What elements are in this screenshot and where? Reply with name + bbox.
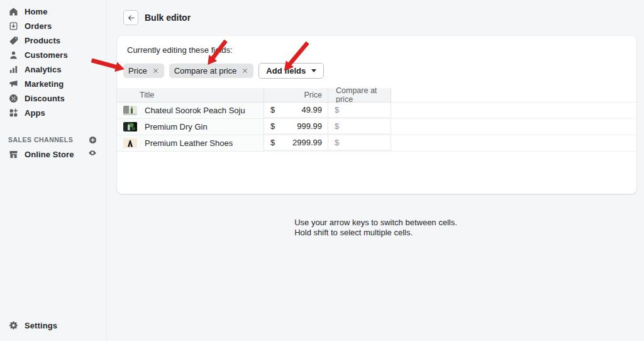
currency-symbol: $	[270, 105, 275, 115]
discounts-icon	[8, 93, 19, 104]
products-icon	[8, 35, 19, 46]
sidebar-item-label: Analytics	[25, 65, 62, 74]
help-line-2: Hold shift to select multiple cells.	[294, 228, 457, 238]
main-content: Bulk editor Currently editing these fiel…	[108, 0, 644, 341]
sidebar-item-home[interactable]: Home	[0, 4, 106, 19]
currency-symbol: $	[270, 121, 275, 131]
back-button[interactable]	[123, 10, 138, 25]
sidebar-item-label: Home	[25, 7, 48, 16]
page-title: Bulk editor	[145, 13, 191, 23]
customers-icon	[8, 50, 19, 60]
sidebar-item-orders[interactable]: Orders	[0, 19, 106, 33]
bulk-editor-screen: Home Orders Products Customers Analytics…	[0, 0, 644, 341]
field-tag-price: Price	[123, 64, 164, 78]
field-tag-compare-at-price: Compare at price	[169, 64, 254, 78]
table-row: Premium Dry Gin $ 999.99 $	[117, 119, 636, 135]
product-title-cell: Premium Leather Shoes	[117, 135, 264, 152]
sidebar-item-label: Products	[25, 36, 60, 45]
sidebar-item-label: Discounts	[25, 94, 65, 103]
field-tag-label: Compare at price	[174, 66, 237, 75]
product-title: Premium Leather Shoes	[145, 138, 233, 148]
arrow-left-icon	[126, 13, 136, 23]
sidebar-item-label: Orders	[25, 21, 52, 31]
sidebar-item-customers[interactable]: Customers	[0, 48, 106, 62]
sidebar-item-label: Marketing	[25, 79, 64, 89]
sidebar-item-apps[interactable]: Apps	[0, 106, 106, 120]
sidebar-item-label: Customers	[25, 50, 68, 60]
marketing-icon	[8, 79, 19, 89]
sidebar-spacer	[0, 162, 106, 318]
sidebar-item-discounts[interactable]: Discounts	[0, 91, 106, 106]
column-header-price: Price	[264, 88, 328, 103]
compare-at-price-cell[interactable]: $	[328, 103, 391, 119]
online-store-visibility-button[interactable]	[87, 148, 97, 160]
compare-at-price-cell[interactable]: $	[328, 119, 391, 135]
analytics-icon	[8, 64, 19, 75]
sidebar: Home Orders Products Customers Analytics…	[0, 0, 107, 341]
help-line-1: Use your arrow keys to switch between ce…	[294, 218, 457, 228]
sidebar-item-marketing[interactable]: Marketing	[0, 77, 106, 91]
gear-icon	[8, 320, 19, 331]
sales-channels-header: SALES CHANNELS	[0, 133, 106, 147]
sidebar-item-products[interactable]: Products	[0, 33, 106, 48]
home-icon	[8, 6, 19, 17]
keyboard-help: Use your arrow keys to switch between ce…	[108, 218, 644, 238]
product-title-cell: Premium Dry Gin	[117, 119, 264, 135]
fields-caption: Currently editing these fields:	[127, 45, 636, 55]
chevron-down-icon	[311, 69, 316, 72]
eye-icon	[87, 148, 97, 158]
price-cell[interactable]: $ 999.99	[264, 119, 328, 135]
close-icon[interactable]	[242, 67, 248, 74]
sidebar-footer: Settings	[0, 318, 106, 333]
storefront-icon	[8, 149, 19, 160]
product-thumbnail	[123, 106, 137, 115]
table-row: Chateul Soorok Peach Soju $ 49.99 $	[117, 103, 636, 119]
column-header-empty	[391, 88, 636, 103]
currency-symbol: $	[335, 105, 339, 115]
sales-channels-heading: SALES CHANNELS	[8, 136, 73, 143]
product-title-cell: Chateul Soorok Peach Soju	[117, 103, 264, 119]
add-fields-button[interactable]: Add fields	[258, 63, 324, 79]
empty-cell	[391, 119, 636, 135]
sidebar-item-label: Settings	[25, 321, 57, 330]
price-value: 2999.99	[292, 138, 322, 147]
field-tag-label: Price	[128, 66, 147, 75]
plus-circle-icon	[88, 135, 97, 145]
field-tags-row: Price Compare at price Add fields	[123, 63, 636, 79]
bulk-editor-card: Currently editing these fields: Price Co…	[117, 36, 636, 194]
close-icon[interactable]	[152, 67, 159, 74]
compare-at-price-cell[interactable]: $	[328, 135, 391, 152]
apps-icon	[8, 108, 19, 118]
currency-symbol: $	[335, 138, 339, 147]
orders-icon	[8, 21, 19, 31]
sales-channels-section: SALES CHANNELS Online Store	[0, 133, 106, 162]
table-header-row: Title Price Compare at price	[117, 88, 636, 103]
product-title: Chateul Soorok Peach Soju	[145, 106, 245, 115]
empty-cell	[391, 135, 636, 152]
empty-cell	[391, 103, 636, 119]
sidebar-item-settings[interactable]: Settings	[0, 318, 106, 333]
price-value: 999.99	[297, 121, 322, 131]
sales-channel-label: Online Store	[25, 150, 74, 159]
column-header-compare-at-price: Compare at price	[328, 88, 391, 103]
sidebar-item-label: Apps	[25, 108, 45, 118]
price-cell[interactable]: $ 49.99	[264, 103, 328, 119]
price-cell[interactable]: $ 2999.99	[264, 135, 328, 152]
product-thumbnail	[123, 122, 137, 131]
table-row: Premium Leather Shoes $ 2999.99 $	[117, 135, 636, 152]
currency-symbol: $	[270, 138, 275, 147]
product-title: Premium Dry Gin	[145, 122, 208, 131]
add-fields-label: Add fields	[266, 66, 306, 75]
sidebar-item-analytics[interactable]: Analytics	[0, 62, 106, 77]
product-thumbnail	[123, 138, 137, 148]
currency-symbol: $	[335, 121, 339, 131]
sidebar-nav: Home Orders Products Customers Analytics…	[0, 4, 106, 120]
price-value: 49.99	[301, 105, 322, 115]
sidebar-item-online-store[interactable]: Online Store	[0, 147, 106, 162]
column-header-title: Title	[117, 88, 264, 103]
add-sales-channel-button[interactable]	[88, 135, 97, 145]
page-header: Bulk editor	[108, 0, 644, 25]
bulk-edit-table: Title Price Compare at price Chateul Soo…	[117, 88, 636, 152]
